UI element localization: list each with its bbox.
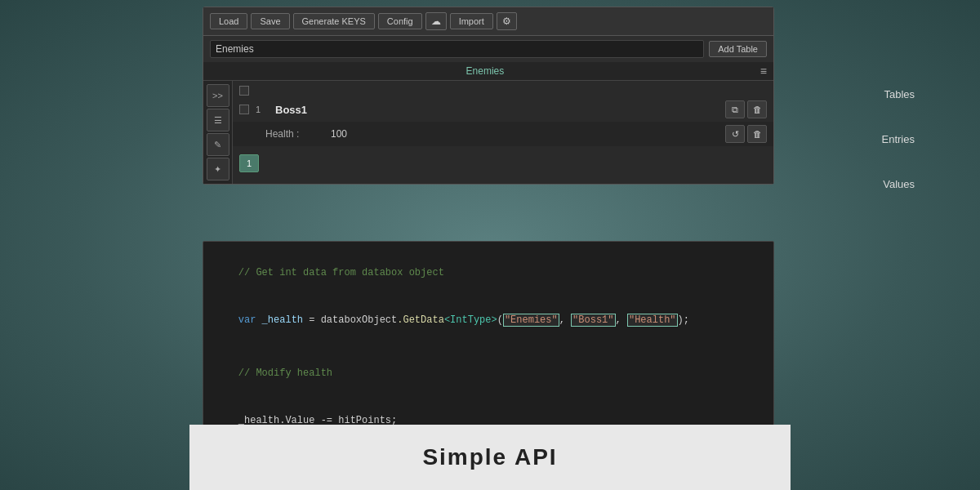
refresh-icon: ↺ [732,129,739,140]
tables-row: Enemies ≡ [203,62,773,81]
cloud-button[interactable]: ☁ [425,12,447,30]
search-input[interactable] [210,40,704,58]
left-sidebar: >> ☰ ✎ ✦ [203,81,233,184]
add-table-button[interactable]: Add Table [709,41,767,57]
value-actions: ↺ 🗑 [725,125,767,143]
delete-value-button[interactable]: 🗑 [747,125,767,143]
expand-icon: >> [212,91,223,100]
menu-icon: ≡ [760,65,767,78]
value-val: 100 [331,128,725,140]
code-obj: databoxObject [321,314,398,326]
generate-keys-button[interactable]: Generate KEYS [293,13,375,29]
code-str-health: "Health" [627,314,678,327]
simple-api-footer: Simple API [189,425,791,490]
config-button[interactable]: Config [378,13,422,29]
entries-label: Entries [882,133,915,145]
active-table-tab[interactable]: Enemies [210,65,760,77]
import-button[interactable]: Import [450,13,493,29]
code-comma1: , [559,314,571,326]
edit-button[interactable]: ✎ [207,133,229,156]
entry-actions: ⧉ 🗑 [725,100,767,118]
list-button[interactable]: ☰ [207,109,229,131]
delete-icon: 🗑 [753,105,762,114]
edit-icon: ✎ [214,140,221,150]
code-line1: var _health = databoxObject.GetData<IntT… [215,297,762,345]
value-row: Health : 100 ↺ 🗑 [233,122,773,146]
refresh-value-button[interactable]: ↺ [725,125,745,143]
page-1-button[interactable]: 1 [239,154,259,172]
entry-row: 1 Boss1 ⧉ 🗑 [233,97,773,122]
search-row: Add Table [203,36,773,62]
delete-entry-button[interactable]: 🗑 [747,100,767,118]
tables-menu-button[interactable]: ≡ [760,65,767,78]
select-all-checkbox[interactable] [239,86,249,96]
code-eq: = [303,314,321,326]
code-method: .GetData [397,314,444,326]
code-panel: // Get int data from databox object var … [203,241,774,453]
pagination-row: 1 [233,149,773,177]
code-comma2: , [616,314,627,326]
load-button[interactable]: Load [210,13,247,29]
toolbar: Load Save Generate KEYS Config ☁ Import … [203,7,773,36]
code-close-paren: ); [678,314,689,326]
settings-button[interactable]: ⚙ [497,12,517,30]
entry-checkbox[interactable] [239,105,249,114]
copy-entry-button[interactable]: ⧉ [725,100,745,118]
code-comment2: // Modify health [215,350,762,398]
content-area: >> ☰ ✎ ✦ 1 Boss1 [203,81,773,184]
cloud-icon: ☁ [431,16,441,27]
value-key: Health : [265,128,331,140]
entry-name: Boss1 [275,104,719,116]
list-icon: ☰ [214,115,222,126]
main-panel: Load Save Generate KEYS Config ☁ Import … [203,7,774,185]
code-type: <IntType> [444,314,497,326]
copy-icon: ⧉ [732,105,738,115]
code-str-boss: "Boss1" [571,314,615,327]
expand-button[interactable]: >> [207,84,229,107]
script-button[interactable]: ✦ [207,158,229,180]
code-comment1: // Get int data from databox object [215,250,762,297]
script-icon: ✦ [214,164,221,175]
entries-area: 1 Boss1 ⧉ 🗑 Health : 100 ↺ [233,81,773,184]
code-open-paren: ( [497,314,503,326]
values-label: Values [883,178,915,190]
delete-value-icon: 🗑 [753,129,762,139]
entry-num: 1 [256,105,269,114]
simple-api-title: Simple API [422,444,557,470]
code-var-name: _health [256,314,303,326]
settings-icon: ⚙ [502,16,511,27]
save-button[interactable]: Save [251,13,289,29]
code-var-keyword: var [238,314,256,326]
checkbox-row [233,84,773,97]
code-str-enemies: "Enemies" [503,314,559,327]
tables-label: Tables [884,88,915,100]
